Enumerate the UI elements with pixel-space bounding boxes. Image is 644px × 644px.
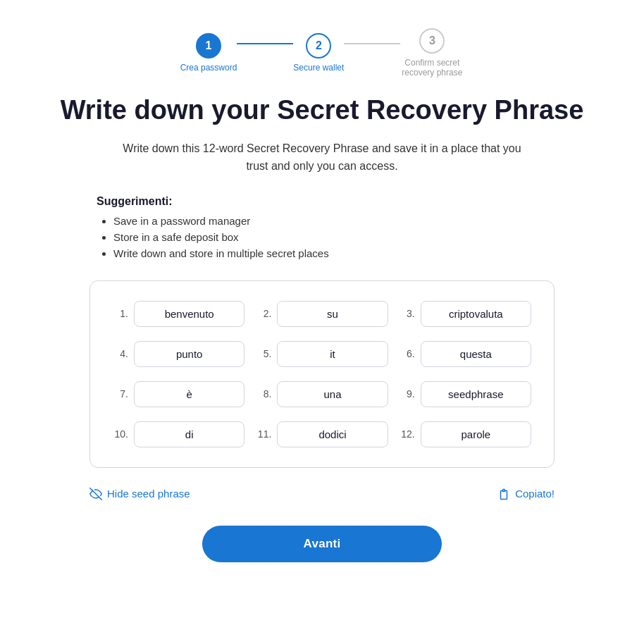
phrase-grid: 1.benvenuto2.su3.criptovaluta4.punto5.it… (113, 301, 531, 447)
step-2: 2 Secure wallet (293, 33, 344, 73)
word-index: 2. (256, 308, 271, 319)
tip-2: Store in a safe deposit box (113, 231, 547, 243)
word-box: criptovaluta (421, 301, 531, 327)
word-index: 9. (400, 388, 415, 400)
word-index: 10. (113, 428, 128, 440)
phrase-word-item: 11.dodici (256, 421, 388, 447)
tip-1: Save in a password manager (113, 215, 547, 227)
word-index: 12. (400, 428, 415, 440)
actions-row: Hide seed phrase Copiato! (89, 488, 555, 500)
word-index: 6. (400, 348, 415, 359)
step-3: 3 Confirm secret recovery phrase (400, 28, 464, 78)
step-1-circle: 1 (196, 33, 221, 58)
phrase-word-item: 4.punto (113, 341, 244, 367)
word-box: di (134, 421, 244, 447)
copy-icon (497, 488, 510, 500)
phrase-word-item: 7.è (113, 381, 244, 407)
word-box: questa (421, 341, 531, 367)
step-1: 1 Crea password (180, 33, 237, 73)
word-box: una (277, 381, 388, 407)
phrase-word-item: 1.benvenuto (113, 301, 244, 327)
phrase-word-item: 12.parole (400, 421, 531, 447)
page-container: 1 Crea password 2 Secure wallet 3 Confir… (14, 14, 630, 590)
phrase-word-item: 9.seedphrase (400, 381, 531, 407)
phrase-word-item: 10.di (113, 421, 244, 447)
word-index: 4. (113, 348, 128, 359)
phrase-word-item: 3.criptovaluta (400, 301, 531, 327)
tips-section: Suggerimenti: Save in a password manager… (97, 195, 547, 264)
next-button[interactable]: Avanti (202, 526, 442, 562)
word-box: su (277, 301, 388, 327)
eye-slash-icon (89, 488, 102, 500)
phrase-container: 1.benvenuto2.su3.criptovaluta4.punto5.it… (89, 280, 555, 468)
phrase-word-item: 5.it (256, 341, 388, 367)
step-3-label: Confirm secret recovery phrase (400, 58, 464, 78)
word-index: 5. (256, 348, 271, 359)
word-box: è (134, 381, 244, 407)
word-index: 11. (256, 428, 271, 440)
word-box: it (277, 341, 388, 367)
copy-label: Copiato! (515, 488, 555, 500)
tip-3: Write down and store in multiple secret … (113, 247, 547, 259)
step-2-label: Secure wallet (293, 63, 344, 73)
word-index: 7. (113, 388, 128, 400)
copy-button[interactable]: Copiato! (497, 488, 555, 500)
word-box: seedphrase (421, 381, 531, 407)
phrase-word-item: 8.una (256, 381, 388, 407)
phrase-word-item: 6.questa (400, 341, 531, 367)
word-box: parole (421, 421, 531, 447)
stepper: 1 Crea password 2 Secure wallet 3 Confir… (180, 28, 464, 78)
step-line-2 (344, 43, 400, 44)
word-index: 3. (400, 308, 415, 319)
step-1-label: Crea password (180, 63, 237, 73)
step-line-1 (237, 43, 293, 44)
word-box: benvenuto (134, 301, 244, 327)
page-subtitle: Write down this 12-word Secret Recovery … (111, 140, 533, 175)
hide-seed-label: Hide seed phrase (107, 488, 190, 500)
word-index: 1. (113, 308, 128, 319)
tips-heading: Suggerimenti: (97, 195, 547, 208)
phrase-word-item: 2.su (256, 301, 388, 327)
word-box: dodici (277, 421, 388, 447)
step-2-circle: 2 (306, 33, 331, 58)
page-title: Write down your Secret Recovery Phrase (61, 94, 584, 127)
hide-seed-button[interactable]: Hide seed phrase (89, 488, 190, 500)
tips-list: Save in a password manager Store in a sa… (97, 215, 547, 259)
word-index: 8. (256, 388, 271, 400)
word-box: punto (134, 341, 244, 367)
step-3-circle: 3 (419, 28, 445, 54)
